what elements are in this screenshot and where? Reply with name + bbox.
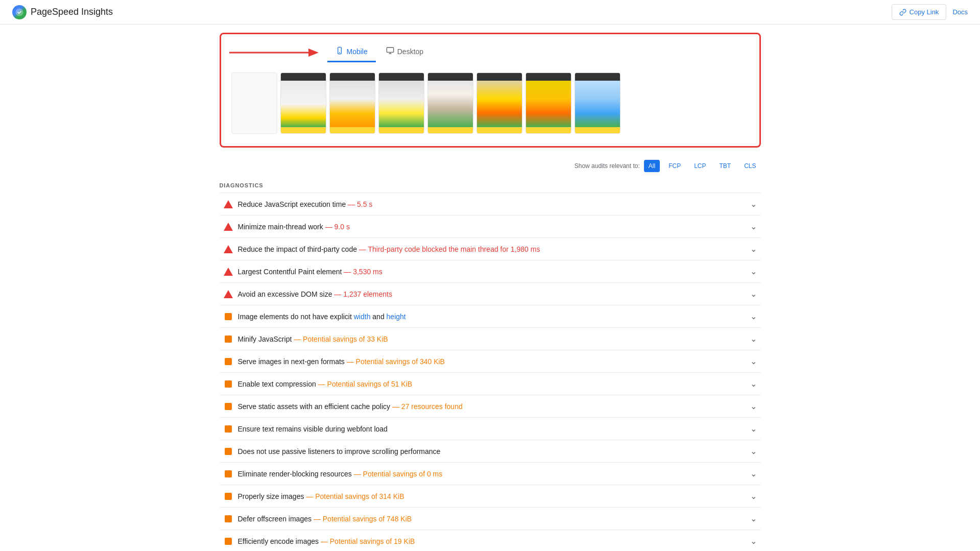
width-link[interactable]: width bbox=[354, 313, 371, 321]
filter-cls[interactable]: CLS bbox=[739, 160, 760, 172]
audit-metric: — 27 resources found bbox=[392, 402, 463, 411]
warning-icon bbox=[224, 357, 233, 366]
audit-row-left: Minimize main-thread work — 9.0 s bbox=[224, 222, 746, 231]
audit-row[interactable]: Avoid an excessive DOM size — 1,237 elem… bbox=[220, 283, 761, 305]
audit-row[interactable]: Reduce JavaScript execution time — 5.5 s… bbox=[220, 193, 761, 215]
audit-row[interactable]: Minimize main-thread work — 9.0 s ⌄ bbox=[220, 215, 761, 238]
chevron-down-icon: ⌄ bbox=[750, 222, 757, 231]
filter-all[interactable]: All bbox=[644, 160, 660, 172]
audit-text: Does not use passive listeners to improv… bbox=[238, 447, 441, 456]
filter-fcp[interactable]: FCP bbox=[664, 160, 685, 172]
audit-row[interactable]: Defer offscreen images — Potential savin… bbox=[220, 508, 761, 530]
audit-text: Eliminate render-blocking resources — Po… bbox=[238, 470, 443, 478]
audit-row[interactable]: Does not use passive listeners to improv… bbox=[220, 440, 761, 463]
filmstrip-item bbox=[427, 73, 473, 134]
audit-text: Minimize main-thread work — 9.0 s bbox=[238, 223, 350, 231]
filter-lcp[interactable]: LCP bbox=[689, 160, 710, 172]
audit-row-left: Reduce the impact of third-party code — … bbox=[224, 245, 746, 254]
tab-desktop-label: Desktop bbox=[397, 47, 423, 56]
audit-row[interactable]: Serve static assets with an efficient ca… bbox=[220, 395, 761, 418]
filmstrip-item bbox=[280, 73, 326, 134]
audit-row-left: Avoid an excessive DOM size — 1,237 elem… bbox=[224, 290, 746, 299]
docs-link[interactable]: Docs bbox=[952, 8, 968, 16]
copy-link-button[interactable]: Copy Link bbox=[892, 4, 947, 20]
audit-row-left: Image elements do not have explicit widt… bbox=[224, 312, 746, 321]
audit-list: Reduce JavaScript execution time — 5.5 s… bbox=[220, 193, 761, 551]
filmstrip-item bbox=[476, 73, 522, 134]
audit-row-left: Serve images in next-gen formats — Poten… bbox=[224, 357, 746, 366]
audit-row-left: Defer offscreen images — Potential savin… bbox=[224, 514, 746, 523]
audit-row[interactable]: Properly size images — Potential savings… bbox=[220, 485, 761, 508]
warning-icon bbox=[224, 469, 233, 478]
error-icon bbox=[224, 222, 233, 231]
desktop-icon bbox=[386, 46, 394, 57]
audit-row-left: Eliminate render-blocking resources — Po… bbox=[224, 469, 746, 478]
audit-text: Ensure text remains visible during webfo… bbox=[238, 425, 388, 433]
chevron-down-icon: ⌄ bbox=[750, 491, 757, 501]
svg-rect-5 bbox=[387, 47, 393, 52]
filter-label: Show audits relevant to: bbox=[575, 162, 640, 170]
audit-row[interactable]: Reduce the impact of third-party code — … bbox=[220, 238, 761, 260]
filmstrip-item bbox=[329, 73, 375, 134]
chevron-down-icon: ⌄ bbox=[750, 334, 757, 344]
audit-metric: — Potential savings of 19 KiB bbox=[321, 537, 415, 545]
svg-marker-2 bbox=[308, 49, 319, 57]
audit-metric: — 1,237 elements bbox=[334, 290, 392, 298]
chevron-down-icon: ⌄ bbox=[750, 312, 757, 321]
header: PageSpeed Insights Copy Link Docs bbox=[0, 0, 980, 25]
audit-metric: — Third-party code blocked the main thre… bbox=[359, 245, 540, 253]
audit-text: Avoid an excessive DOM size — 1,237 elem… bbox=[238, 290, 392, 298]
audit-row[interactable]: Enable text compression — Potential savi… bbox=[220, 373, 761, 395]
copy-link-label: Copy Link bbox=[910, 8, 939, 16]
error-icon bbox=[224, 200, 233, 209]
chevron-down-icon: ⌄ bbox=[750, 267, 757, 276]
svg-point-0 bbox=[16, 8, 23, 16]
height-link[interactable]: height bbox=[387, 313, 406, 321]
warning-icon bbox=[224, 402, 233, 411]
audit-row-left: Reduce JavaScript execution time — 5.5 s bbox=[224, 200, 746, 209]
filmstrip bbox=[229, 68, 751, 138]
audit-row[interactable]: Largest Contentful Paint element — 3,530… bbox=[220, 260, 761, 283]
chevron-down-icon: ⌄ bbox=[750, 469, 757, 478]
audit-text: Serve images in next-gen formats — Poten… bbox=[238, 357, 445, 366]
chevron-down-icon: ⌄ bbox=[750, 424, 757, 434]
error-icon bbox=[224, 267, 233, 276]
audit-row[interactable]: Efficiently encode images — Potential sa… bbox=[220, 530, 761, 551]
audit-text: Minify JavaScript — Potential savings of… bbox=[238, 335, 388, 343]
audit-row[interactable]: Eliminate render-blocking resources — Po… bbox=[220, 463, 761, 485]
audit-row-left: Largest Contentful Paint element — 3,530… bbox=[224, 267, 746, 276]
warning-icon bbox=[224, 312, 233, 321]
app-title: PageSpeed Insights bbox=[31, 7, 113, 17]
audit-metric: — Potential savings of 51 KiB bbox=[318, 380, 412, 388]
mobile-icon bbox=[336, 46, 344, 57]
diagnostics-title: DIAGNOSTICS bbox=[220, 176, 761, 193]
audit-row[interactable]: Minify JavaScript — Potential savings of… bbox=[220, 328, 761, 350]
chevron-down-icon: ⌄ bbox=[750, 199, 757, 209]
audit-metric: — 5.5 s bbox=[348, 200, 372, 208]
audit-row[interactable]: Ensure text remains visible during webfo… bbox=[220, 418, 761, 440]
tab-mobile-label: Mobile bbox=[347, 47, 368, 56]
audit-row-left: Does not use passive listeners to improv… bbox=[224, 447, 746, 456]
red-arrow-indicator bbox=[229, 45, 321, 60]
warning-icon bbox=[224, 492, 233, 501]
chevron-down-icon: ⌄ bbox=[750, 244, 757, 254]
tab-desktop[interactable]: Desktop bbox=[378, 42, 432, 62]
tab-bar: Mobile Desktop bbox=[229, 42, 751, 62]
header-right: Copy Link Docs bbox=[892, 4, 968, 20]
warning-icon bbox=[224, 447, 233, 456]
pagespeed-logo bbox=[12, 5, 27, 19]
header-left: PageSpeed Insights bbox=[12, 5, 113, 19]
filmstrip-item bbox=[575, 73, 620, 134]
warning-icon bbox=[224, 514, 233, 523]
audit-text: Serve static assets with an efficient ca… bbox=[238, 402, 463, 411]
chevron-down-icon: ⌄ bbox=[750, 514, 757, 523]
audit-row-left: Properly size images — Potential savings… bbox=[224, 492, 746, 501]
audit-row[interactable]: Serve images in next-gen formats — Poten… bbox=[220, 350, 761, 373]
tab-mobile[interactable]: Mobile bbox=[327, 42, 376, 62]
audit-text: Image elements do not have explicit widt… bbox=[238, 313, 406, 321]
filter-tbt[interactable]: TBT bbox=[714, 160, 735, 172]
warning-icon bbox=[224, 334, 233, 344]
audit-row[interactable]: Image elements do not have explicit widt… bbox=[220, 305, 761, 328]
audit-text: Defer offscreen images — Potential savin… bbox=[238, 515, 412, 523]
audit-metric: — Potential savings of 0 ms bbox=[354, 470, 443, 478]
